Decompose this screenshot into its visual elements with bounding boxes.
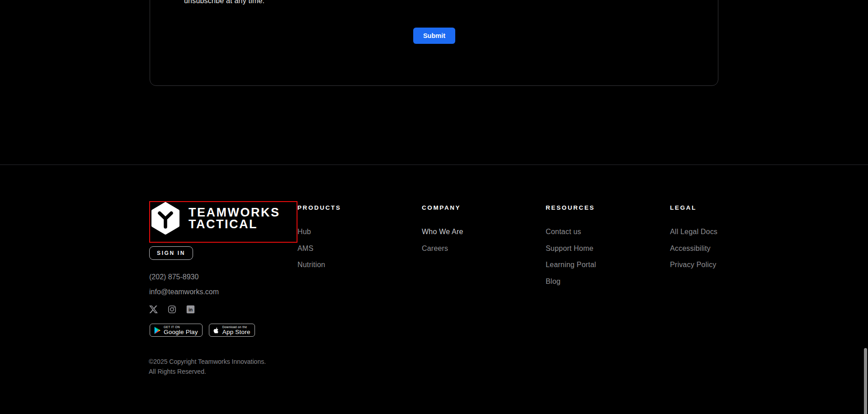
link-careers[interactable]: Careers [422, 245, 463, 252]
footer-column-legal: LEGAL All Legal Docs Accessibility Priva… [670, 204, 717, 278]
google-play-badge[interactable]: GET IT ON Google Play [150, 324, 203, 337]
footer-column-resources: RESOURCES Contact us Support Home Learni… [546, 204, 596, 294]
brand-name-line1: TEAMWORKS [189, 207, 280, 218]
link-ams[interactable]: AMS [297, 245, 341, 252]
link-nutrition[interactable]: Nutrition [297, 261, 341, 268]
phone-link[interactable]: (202) 875-8930 [149, 273, 198, 281]
google-play-label: Google Play [164, 329, 198, 335]
copyright-line1: ©2025 Copyright Teamworks Innovations. [149, 357, 266, 367]
link-privacy-policy[interactable]: Privacy Policy [670, 261, 717, 268]
footer-divider [0, 165, 868, 165]
company-heading: COMPANY [422, 204, 463, 211]
page-root: unsubscribe at any time. Submit TEAMWORK… [0, 0, 868, 414]
link-learning-portal[interactable]: Learning Portal [546, 261, 596, 268]
resources-heading: RESOURCES [546, 204, 596, 211]
copyright-text: ©2025 Copyright Teamworks Innovations. A… [149, 357, 266, 376]
link-who-we-are[interactable]: Who We Are [422, 228, 463, 235]
google-play-triangle-icon [154, 326, 161, 334]
legal-heading: LEGAL [670, 204, 717, 211]
linkedin-icon[interactable]: in [186, 305, 195, 314]
brand-name-line2: TACTICAL [189, 218, 280, 230]
apple-logo-icon [213, 326, 220, 334]
submit-button[interactable]: Submit [413, 28, 455, 44]
social-links-row: in [149, 305, 195, 314]
brand-logo[interactable]: TEAMWORKS TACTICAL [151, 202, 280, 235]
sign-in-button[interactable]: SIGN IN [149, 246, 193, 260]
app-store-label: App Store [222, 329, 250, 335]
app-badges-row: GET IT ON Google Play Download on the Ap… [150, 324, 255, 337]
svg-text:in: in [189, 307, 193, 312]
vertical-scrollbar-thumb[interactable] [864, 348, 867, 414]
link-support-home[interactable]: Support Home [546, 245, 596, 252]
copyright-line2: All Rights Reserved. [149, 367, 266, 376]
footer-column-company: COMPANY Who We Are Careers [422, 204, 463, 261]
link-blog[interactable]: Blog [546, 278, 596, 285]
instagram-icon[interactable] [168, 305, 176, 314]
link-accessibility[interactable]: Accessibility [670, 245, 717, 252]
link-hub[interactable]: Hub [297, 228, 341, 235]
footer-column-products: PRODUCTS Hub AMS Nutrition [297, 204, 341, 278]
link-all-legal-docs[interactable]: All Legal Docs [670, 228, 717, 235]
app-store-badge[interactable]: Download on the App Store [209, 324, 255, 337]
brand-wordmark: TEAMWORKS TACTICAL [189, 207, 280, 230]
link-contact-us[interactable]: Contact us [546, 228, 596, 235]
products-heading: PRODUCTS [297, 204, 341, 211]
email-link[interactable]: info@teamworks.com [149, 288, 219, 296]
unsubscribe-note-text: unsubscribe at any time. [184, 0, 264, 5]
x-logo-icon[interactable] [149, 305, 158, 314]
hexagon-y-logo-icon [151, 202, 180, 235]
